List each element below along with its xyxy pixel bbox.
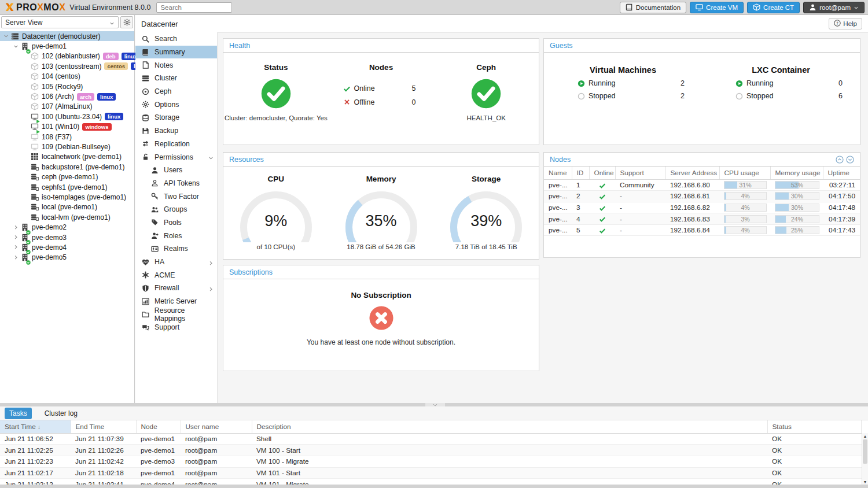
nodes-col-name[interactable]: Name — [544, 167, 572, 179]
user-menu-button[interactable]: root@pam — [803, 2, 865, 13]
menu-item-firewall[interactable]: Firewall — [135, 282, 217, 295]
nodes-col-cpu-usage[interactable]: CPU usage — [719, 167, 770, 179]
expander-closed-icon[interactable] — [12, 255, 20, 260]
tasks-col-node[interactable]: Node — [136, 420, 181, 433]
menu-item-cluster[interactable]: Cluster — [135, 72, 217, 85]
expander-closed-icon[interactable] — [12, 235, 20, 240]
menu-item-storage[interactable]: Storage — [135, 111, 217, 124]
scrollbar-thumb[interactable] — [863, 439, 867, 464]
nodes-table-row[interactable]: pve-...1Community192.168.6.8031%53%03:27… — [544, 179, 860, 191]
menu-item-permissions[interactable]: Permissions — [135, 150, 217, 164]
menu-item-ha[interactable]: HA — [135, 256, 217, 269]
nodes-col-memory-usage[interactable]: Memory usage — [770, 167, 823, 179]
menu-item-support[interactable]: Support — [135, 321, 217, 334]
menu-item-realms[interactable]: Realms — [135, 242, 217, 256]
nodes-col-uptime[interactable]: Uptime — [823, 167, 860, 179]
tree-item-pve-demo2[interactable]: pve-demo2 — [0, 222, 134, 232]
nodes-col-id[interactable]: ID — [572, 167, 589, 179]
expander-open-icon[interactable] — [2, 34, 10, 39]
menu-item-replication[interactable]: Replication — [135, 138, 217, 151]
menu-item-resource-mappings[interactable]: Resource Mappings — [135, 308, 217, 321]
documentation-button[interactable]: Documentation — [620, 2, 686, 13]
tree-item-101-win10[interactable]: 101 (Win10)windows — [0, 122, 134, 132]
task-row[interactable]: Jun 21 11:02:25Jun 21 11:02:26pve-demo1r… — [0, 445, 862, 456]
tree-item-datacenter-democluster[interactable]: Datacenter (democluster) — [0, 31, 134, 41]
sort-desc-icon: ↓ — [38, 424, 41, 430]
menu-item-pools[interactable]: Pools — [135, 216, 217, 230]
tree-item-107-almalinux[interactable]: 107 (AlmaLinux) — [0, 102, 134, 112]
tree-item-backupstore1-pve-demo1[interactable]: backupstore1 (pve-demo1) — [0, 162, 134, 172]
tree-item-100-ubuntu-23-04[interactable]: 100 (Ubuntu-23.04)linux — [0, 112, 134, 121]
tree-item-102-debianbuster[interactable]: 102 (debianbuster)deblinux — [0, 51, 134, 61]
tasks-col-description[interactable]: Description — [252, 420, 767, 433]
tab-tasks[interactable]: Tasks — [5, 408, 32, 419]
tree-item-local-pve-demo1[interactable]: local (pve-demo1) — [0, 202, 134, 212]
create-ct-button[interactable]: Create CT — [747, 2, 800, 13]
menu-item-ceph[interactable]: Ceph — [135, 85, 217, 98]
task-row[interactable]: Jun 21 11:06:52Jun 21 11:07:39pve-demo1r… — [0, 433, 862, 445]
menu-item-api-tokens[interactable]: API Tokens — [135, 177, 217, 190]
submenu-arrow-icon — [208, 286, 214, 291]
proxmox-logo[interactable]: PROXMOX — [5, 2, 65, 13]
help-button[interactable]: ? Help — [829, 18, 862, 29]
nodes-table-row[interactable]: pve-...3-192.168.6.824%30%04:17:48 — [544, 202, 860, 213]
tasks-col-user-name[interactable]: User name — [181, 420, 252, 433]
nodes-col-server-address[interactable]: Server Address — [665, 167, 719, 179]
tasks-col-end-time[interactable]: End Time — [71, 420, 136, 433]
menu-item-backup[interactable]: Backup — [135, 124, 217, 138]
nodes-table-row[interactable]: pve-...4-192.168.6.833%24%04:17:39 — [544, 213, 860, 225]
menu-item-summary[interactable]: Summary — [135, 46, 217, 59]
collapse-down-icon[interactable] — [846, 156, 854, 164]
tree-item-106-arch[interactable]: 106 (Arch)archlinux — [0, 91, 134, 101]
task-row[interactable]: Jun 21 11:02:12Jun 21 11:02:41pve-demo4r… — [0, 479, 862, 485]
vm-stopped-label: Stopped — [589, 92, 616, 100]
tasks-scrollbar[interactable]: ▲ ▼ — [862, 433, 868, 485]
tab-cluster-log[interactable]: Cluster log — [40, 408, 82, 419]
menu-item-users[interactable]: Users — [135, 164, 217, 177]
tree-item-103-centosstream[interactable]: 103 (centosstream)centoslinux — [0, 61, 134, 71]
scroll-down-icon[interactable]: ▼ — [862, 479, 868, 485]
tasks-col-start-time[interactable]: Start Time ↓ — [0, 420, 71, 433]
tree-item-108-f37[interactable]: 108 (F37) — [0, 132, 134, 142]
menu-item-roles[interactable]: Roles — [135, 229, 217, 242]
tree-item-cephfs1-pve-demo1[interactable]: cephfs1 (pve-demo1) — [0, 182, 134, 192]
tree-item-local-lvm-pve-demo1[interactable]: local-lvm (pve-demo1) — [0, 212, 134, 222]
tree-item-104-centos[interactable]: 104 (centos) — [0, 72, 134, 82]
menu-item-search[interactable]: Search — [135, 32, 217, 46]
tree-item-105-rocky9[interactable]: 105 (Rocky9) — [0, 82, 134, 91]
view-selector[interactable]: Server View — [1, 16, 119, 28]
menu-item-notes[interactable]: Notes — [135, 58, 217, 72]
tree-item-label: 102 (debianbuster) — [42, 52, 100, 60]
tree-item-localnetwork-pve-demo1[interactable]: localnetwork (pve-demo1) — [0, 152, 134, 162]
tree-item-pve-demo5[interactable]: pve-demo5 — [0, 253, 134, 263]
nodes-col-support[interactable]: Support — [615, 167, 665, 179]
task-row[interactable]: Jun 21 11:02:23Jun 21 11:02:42pve-demo3r… — [0, 456, 862, 467]
global-search-input[interactable] — [156, 2, 232, 13]
tree-item-pve-demo4[interactable]: pve-demo4 — [0, 242, 134, 252]
tree-item-pve-demo3[interactable]: pve-demo3 — [0, 232, 134, 242]
collapse-up-icon[interactable] — [836, 156, 844, 164]
menu-item-groups[interactable]: Groups — [135, 203, 217, 216]
nodes-col-online[interactable]: Online — [589, 167, 615, 179]
tree-item-iso-templages-pve-demo1[interactable]: iso-templages (pve-demo1) — [0, 192, 134, 202]
expander-closed-icon[interactable] — [12, 225, 20, 230]
scroll-up-icon[interactable]: ▲ — [862, 433, 868, 439]
ceph-heading: Ceph — [433, 63, 539, 72]
expander-closed-icon[interactable] — [12, 245, 20, 250]
expander-open-icon[interactable] — [12, 44, 20, 49]
tree-settings-button[interactable] — [120, 16, 133, 28]
tree-item-pve-demo1[interactable]: pve-demo1 — [0, 41, 134, 51]
task-row[interactable]: Jun 21 11:02:17Jun 21 11:02:18pve-demo1r… — [0, 467, 862, 479]
node-name: pve-... — [544, 213, 572, 225]
gauge-heading: Memory — [329, 175, 434, 183]
nodes-table-row[interactable]: pve-...5-192.168.6.844%25%04:17:43 — [544, 224, 860, 236]
tasks-col-status[interactable]: Status — [767, 420, 862, 433]
top-bar: PROXMOX Virtual Environment 8.0.0 Docume… — [0, 0, 868, 15]
nodes-table-row[interactable]: pve-...2-192.168.6.814%30%04:17:50 — [544, 191, 860, 202]
tree-item-109-debian-bullseye[interactable]: 109 (Debian-Bullseye) — [0, 142, 134, 151]
create-vm-button[interactable]: Create VM — [690, 2, 744, 13]
menu-item-options[interactable]: Options — [135, 98, 217, 111]
menu-item-acme[interactable]: ACME — [135, 268, 217, 282]
tree-item-ceph-pve-demo1[interactable]: ceph (pve-demo1) — [0, 172, 134, 182]
menu-item-two-factor[interactable]: Two Factor — [135, 190, 217, 203]
